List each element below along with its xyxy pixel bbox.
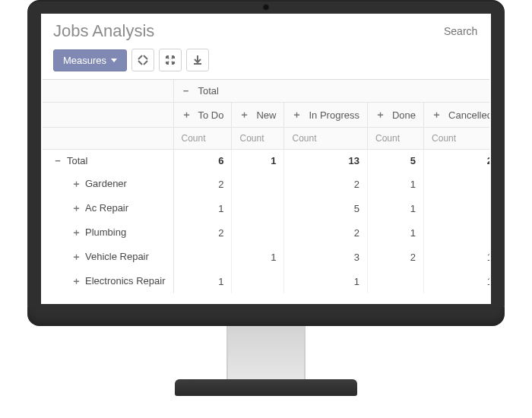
monitor-bezel: Jobs Analysis Measures xyxy=(27,0,505,318)
monitor-neck xyxy=(226,326,306,379)
screen: Jobs Analysis Measures xyxy=(41,14,491,304)
row-header[interactable]: ＋Vehicle Repair xyxy=(43,245,173,269)
expand-icon: ＋ xyxy=(71,250,81,264)
col-super-header[interactable]: −Total xyxy=(173,80,491,103)
table-row: ＋Electronics Repair 1113 xyxy=(43,269,491,293)
expand-icon: ＋ xyxy=(71,274,81,288)
table-row: ＋Ac Repair 1517 xyxy=(43,196,491,220)
caret-down-icon xyxy=(111,59,117,62)
expand-icon: ＋ xyxy=(292,108,301,122)
expand-icon: ＋ xyxy=(182,108,191,122)
expand-icon: ＋ xyxy=(71,177,81,191)
expand-icon xyxy=(138,55,148,65)
row-header[interactable]: ＋Gardener xyxy=(43,172,173,196)
download-icon-button[interactable] xyxy=(186,49,209,71)
camera-dot xyxy=(263,4,270,11)
collapse-icon: − xyxy=(182,85,191,97)
table-row: ＋Plumbing 2215 xyxy=(43,220,491,245)
corner-cell xyxy=(43,80,173,103)
page-title: Jobs Analysis xyxy=(53,21,154,41)
col-header-new[interactable]: ＋New xyxy=(232,103,284,128)
fullscreen-icon xyxy=(165,55,176,65)
total-row: −Total 6 1 13 5 2 27 xyxy=(43,150,491,173)
pivot-table: −Total ＋To Do ＋New ＋In Progress ＋Done ＋C… xyxy=(43,80,491,293)
expand-icon: ＋ xyxy=(432,108,441,122)
expand-icon-button[interactable] xyxy=(131,49,154,71)
expand-icon: ＋ xyxy=(71,201,81,215)
expand-icon: ＋ xyxy=(375,108,385,122)
row-header[interactable]: ＋Plumbing xyxy=(43,220,173,245)
measures-button[interactable]: Measures xyxy=(53,49,127,71)
monitor-base xyxy=(175,379,357,396)
column-headers-row: ＋To Do ＋New ＋In Progress ＋Done ＋Cancelle… xyxy=(43,103,491,128)
expand-icon: ＋ xyxy=(71,226,81,239)
table-row: ＋Gardener 2215 xyxy=(43,172,491,196)
table-row: ＋Vehicle Repair 13217 xyxy=(43,245,491,269)
download-icon xyxy=(192,55,203,65)
collapse-icon: − xyxy=(53,155,62,166)
monitor-frame: Jobs Analysis Measures xyxy=(27,0,505,410)
col-header-cancelled[interactable]: ＋Cancelled xyxy=(424,103,491,128)
search-input[interactable] xyxy=(442,24,479,38)
fullscreen-icon-button[interactable] xyxy=(159,49,182,71)
col-header-done[interactable]: ＋Done xyxy=(367,103,423,128)
metric-row: Count Count Count Count Count Count xyxy=(43,128,491,150)
row-header[interactable]: ＋Ac Repair xyxy=(43,196,173,220)
monitor-chin xyxy=(27,307,505,326)
col-header-inprogress[interactable]: ＋In Progress xyxy=(284,103,367,128)
total-row-header[interactable]: −Total xyxy=(43,150,173,173)
expand-icon: ＋ xyxy=(239,108,249,122)
col-header-todo[interactable]: ＋To Do xyxy=(173,103,232,128)
measures-label: Measures xyxy=(63,55,106,66)
toolbar: Measures xyxy=(43,41,489,80)
row-header[interactable]: ＋Electronics Repair xyxy=(43,269,173,293)
